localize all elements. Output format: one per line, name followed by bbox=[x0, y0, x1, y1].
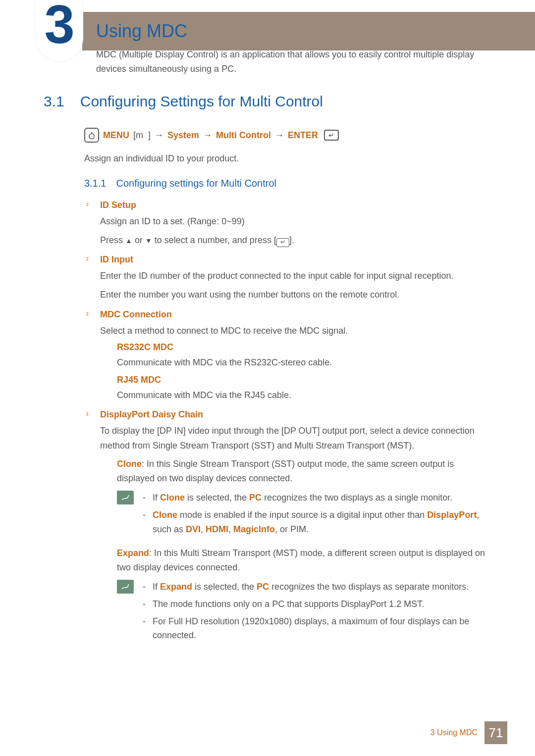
page-intro: MDC (Multiple Display Control) is an app… bbox=[96, 48, 492, 76]
item-text: Enter the ID number of the product conne… bbox=[100, 269, 492, 284]
item-title: ID Input bbox=[100, 254, 492, 265]
item-text: Select a method to connect to MDC to rec… bbox=[100, 324, 492, 339]
enter-icon: ↵ bbox=[324, 130, 339, 141]
item-text: To display the [DP IN] video input throu… bbox=[100, 424, 492, 453]
subsection-title: Configuring settings for Multi Control bbox=[116, 178, 276, 189]
item-mdc-connection: MDC Connection Select a method to connec… bbox=[84, 309, 492, 403]
arrow-icon: → bbox=[275, 130, 284, 141]
item-id-setup: ID Setup Assign an ID to a set. (Range: … bbox=[84, 200, 492, 248]
footer-text: 3 Using MDC bbox=[430, 728, 478, 737]
page-title: Using MDC bbox=[96, 21, 187, 42]
nav-system: System bbox=[167, 130, 199, 141]
clone-label: Clone bbox=[117, 459, 142, 469]
nav-multi-control: Multi Control bbox=[216, 130, 271, 141]
sub-text: Communicate with MDC via the RJ45 cable. bbox=[117, 388, 492, 403]
item-title: MDC Connection bbox=[100, 309, 492, 320]
down-triangle-icon: ▼ bbox=[145, 237, 152, 245]
sub-text: Communicate with MDC via the RS232C-ster… bbox=[117, 355, 492, 370]
menu-glyph: [m ] bbox=[133, 130, 151, 141]
item-id-input: ID Input Enter the ID number of the prod… bbox=[84, 254, 492, 302]
menu-path: MENU [m ] → System → Multi Control → ENT… bbox=[84, 128, 492, 143]
note-item: The mode functions only on a PC that sup… bbox=[143, 597, 492, 611]
nav-enter: ENTER bbox=[288, 130, 318, 141]
enter-icon: ↵ bbox=[276, 238, 289, 247]
note-icon bbox=[117, 491, 134, 504]
note-expand: If Expand is selected, the PC recognizes… bbox=[117, 580, 492, 646]
expand-text: Expand: In this Multi Stream Transport (… bbox=[117, 546, 492, 575]
note-clone: If Clone is selected, the PC recognizes … bbox=[117, 491, 492, 539]
bullet-list: ID Setup Assign an ID to a set. (Range: … bbox=[84, 200, 492, 646]
expand-label: Expand bbox=[117, 548, 149, 558]
item-text: Assign an ID to a set. (Range: 0~99) bbox=[100, 214, 492, 229]
item-title: DisplayPort Daisy Chain bbox=[100, 409, 492, 420]
menu-label: MENU bbox=[103, 130, 129, 141]
sub-title: RS232C MDC bbox=[117, 342, 492, 353]
arrow-icon: → bbox=[155, 130, 163, 141]
item-text: Press ▲ or ▼ to select a number, and pre… bbox=[100, 233, 492, 248]
section-number: 3.1 bbox=[44, 93, 64, 110]
note-item: If Clone is selected, the PC recognizes … bbox=[143, 491, 492, 505]
section-heading: 3.1 Configuring Settings for Multi Contr… bbox=[44, 93, 492, 110]
section-title: Configuring Settings for Multi Control bbox=[80, 93, 323, 110]
sub-rs232c: RS232C MDC Communicate with MDC via the … bbox=[117, 342, 492, 403]
page: 3 Using MDC MDC (Multiple Display Contro… bbox=[0, 0, 535, 756]
note-list: If Expand is selected, the PC recognizes… bbox=[143, 580, 492, 646]
assign-text: Assign an individual ID to your product. bbox=[84, 153, 492, 164]
chapter-badge: 3 bbox=[36, 0, 83, 61]
sub-title: RJ45 MDC bbox=[117, 375, 492, 385]
content: 3.1 Configuring Settings for Multi Contr… bbox=[44, 93, 492, 653]
clone-text: Clone: In this Single Stream Transport (… bbox=[117, 457, 492, 486]
item-text: Enter the number you want using the numb… bbox=[100, 288, 492, 302]
sub-clone: Clone: In this Single Stream Transport (… bbox=[117, 457, 492, 486]
footer: 3 Using MDC 71 bbox=[430, 721, 507, 744]
item-daisy-chain: DisplayPort Daisy Chain To display the [… bbox=[84, 409, 492, 646]
note-item: If Expand is selected, the PC recognizes… bbox=[143, 580, 492, 594]
subsection-number: 3.1.1 bbox=[84, 178, 106, 189]
remote-menu-icon bbox=[84, 128, 99, 143]
arrow-icon: → bbox=[203, 130, 212, 141]
chapter-number: 3 bbox=[44, 0, 74, 51]
page-number: 71 bbox=[484, 721, 507, 744]
note-list: If Clone is selected, the PC recognizes … bbox=[143, 491, 492, 539]
note-item: Clone mode is enabled if the input sourc… bbox=[143, 508, 492, 537]
sub-expand: Expand: In this Multi Stream Transport (… bbox=[117, 546, 492, 575]
note-icon bbox=[117, 580, 134, 594]
subsection-heading: 3.1.1 Configuring settings for Multi Con… bbox=[84, 178, 492, 189]
item-title: ID Setup bbox=[100, 200, 492, 210]
note-item: For Full HD resolution (1920x1080) displ… bbox=[143, 614, 492, 643]
up-triangle-icon: ▲ bbox=[125, 237, 132, 245]
